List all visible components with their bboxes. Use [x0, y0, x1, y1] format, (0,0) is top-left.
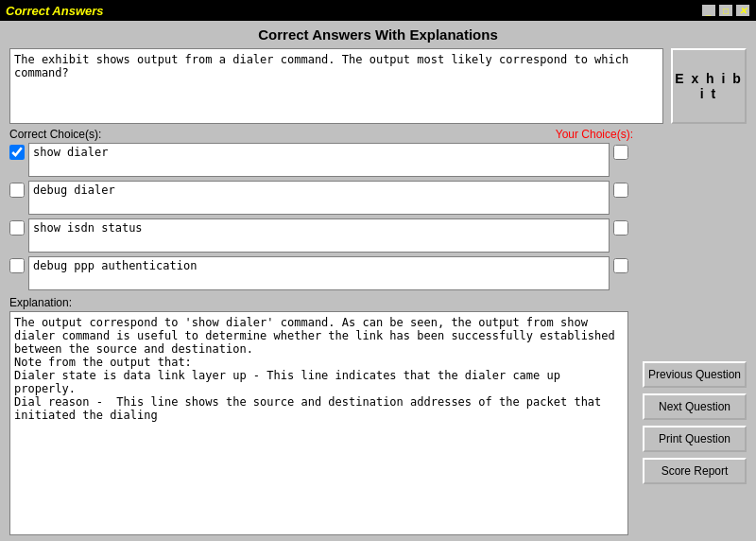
correct-checkbox-2[interactable] [9, 220, 25, 236]
previous-question-button[interactable]: Previous Question [643, 361, 747, 388]
minimize-button[interactable]: _ [701, 4, 716, 17]
correct-checkbox-0[interactable] [9, 145, 25, 160]
choice-row-0 [9, 143, 628, 177]
correct-choices-label: Correct Choice(s): [9, 128, 101, 141]
explanation-label: Explanation: [9, 296, 747, 309]
choice-row-1 [9, 181, 628, 215]
choice-row-3 [9, 256, 628, 290]
your-checkbox-0[interactable] [613, 145, 628, 160]
choice-text-0 [28, 143, 610, 177]
choice-text-2 [28, 218, 610, 253]
app-title: Correct Answers [6, 4, 104, 18]
next-question-button[interactable]: Next Question [643, 393, 747, 420]
your-checkbox-3[interactable] [613, 258, 628, 273]
maximize-button[interactable]: □ [718, 4, 733, 17]
close-button[interactable]: ✕ [735, 4, 750, 17]
choice-text-3 [28, 256, 610, 290]
correct-checkbox-1[interactable] [9, 183, 25, 198]
your-checkbox-2[interactable] [613, 220, 628, 236]
your-checkbox-1[interactable] [613, 183, 628, 198]
explanation-text [9, 311, 628, 535]
score-report-button[interactable]: Score Report [643, 458, 747, 484]
question-text [9, 48, 663, 124]
your-choices-label: Your Choice(s): [556, 128, 633, 141]
choice-text-1 [28, 181, 610, 215]
correct-checkbox-3[interactable] [9, 258, 25, 273]
exhibit-button[interactable]: E x h i b i t [671, 48, 747, 124]
page-title: Correct Answers With Explanations [9, 26, 747, 43]
choice-row-2 [9, 218, 628, 253]
print-question-button[interactable]: Print Question [643, 426, 747, 452]
